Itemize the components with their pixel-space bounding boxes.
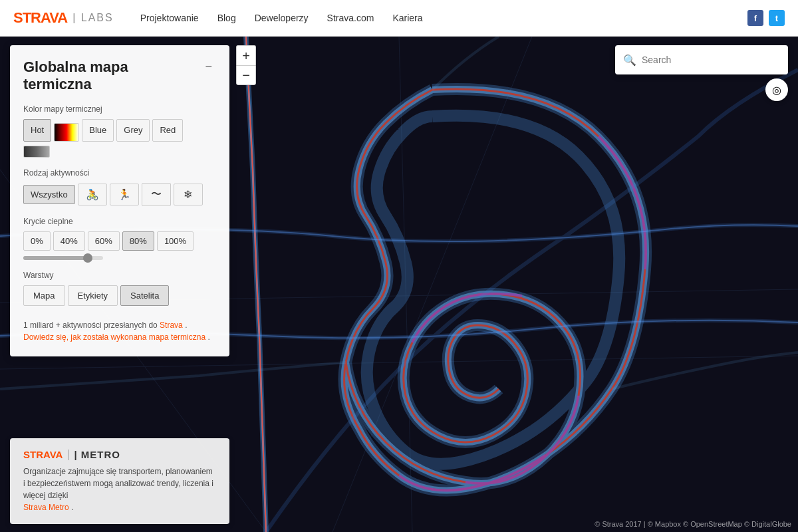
nav-deweloperzy[interactable]: Deweloperzy — [255, 13, 309, 23]
social-icons: f t — [747, 10, 798, 26]
metro-panel: STRAVA | METRO Organizacje zajmujące się… — [10, 438, 229, 524]
opacity-btn-80[interactable]: 80% — [122, 231, 154, 251]
info-text-main: 1 miliard + aktywności przesłanych do — [23, 321, 158, 330]
collapse-button[interactable]: − — [201, 59, 216, 75]
opacity-btn-60[interactable]: 60% — [88, 231, 120, 251]
location-button[interactable]: ◎ — [765, 78, 788, 101]
color-btn-blue[interactable]: Blue — [82, 119, 114, 142]
info-dot2: . — [207, 332, 209, 342]
layer-btn-mapa[interactable]: Mapa — [23, 285, 65, 306]
facebook-icon[interactable]: f — [747, 10, 763, 26]
metro-description: Organizacje zajmujące się transportem, p… — [23, 466, 216, 513]
color-btn-grey[interactable]: Grey — [116, 119, 150, 142]
layer-button-group: Mapa Etykiety Satelita — [23, 285, 216, 306]
metro-label: | METRO — [74, 449, 120, 460]
opacity-btn-0[interactable]: 0% — [23, 231, 51, 251]
metro-link[interactable]: Strava Metro — [23, 503, 69, 512]
info-dot1: . — [185, 321, 187, 330]
zoom-out-button[interactable]: − — [236, 65, 256, 85]
layer-btn-satelita[interactable]: Satelita — [120, 285, 169, 306]
color-button-group: Hot Blue Grey Red — [23, 119, 216, 142]
color-label: Kolor mapy termicznej — [23, 104, 216, 114]
location-icon: ◎ — [772, 84, 781, 96]
opacity-btn-40[interactable]: 40% — [53, 231, 85, 251]
zoom-in-button[interactable]: + — [236, 45, 256, 65]
activity-btn-run[interactable]: 🏃 — [110, 184, 139, 205]
layer-label: Warstwy — [23, 271, 216, 280]
activity-btn-swim[interactable]: 〜 — [142, 183, 171, 206]
nav-projektowanie[interactable]: Projektowanie — [140, 13, 199, 23]
color-swatch-display — [23, 146, 50, 158]
opacity-slider-fill — [23, 256, 87, 260]
copyright: © Strava 2017 | © Mapbox © OpenStreetMap… — [595, 520, 791, 528]
search-icon: 🔍 — [623, 54, 636, 66]
header: STRAVA | LABS Projektowanie Blog Dewelop… — [0, 0, 798, 37]
activity-label: Rodzaj aktywności — [23, 168, 216, 178]
opacity-btn-100[interactable]: 100% — [157, 231, 194, 251]
opacity-label: Krycie cieplne — [23, 217, 216, 226]
search-input[interactable] — [642, 55, 780, 65]
activity-btn-bike[interactable]: 🚴 — [78, 184, 107, 205]
strava-logo: STRAVA — [13, 9, 67, 27]
metro-strava-logo: STRAVA — [23, 449, 63, 460]
activity-btn-wszystko[interactable]: Wszystko — [23, 185, 75, 204]
main-nav: Projektowanie Blog Deweloperzy Strava.co… — [140, 13, 423, 23]
twitter-icon[interactable]: t — [769, 10, 785, 26]
color-btn-hot[interactable]: Hot — [23, 119, 51, 142]
panel-header: Globalna mapatermiczna − — [23, 59, 216, 94]
metro-divider — [68, 450, 68, 460]
metro-dot: . — [71, 503, 73, 512]
logo-area: STRAVA | LABS — [0, 9, 127, 27]
info-link-strava[interactable]: Strava — [160, 321, 183, 330]
info-section: 1 miliard + aktywności przesłanych do St… — [23, 319, 216, 343]
opacity-slider-thumb[interactable] — [83, 253, 92, 263]
nav-strava-com[interactable]: Strava.com — [327, 13, 374, 23]
color-btn-red[interactable]: Red — [152, 119, 183, 142]
nav-kariera[interactable]: Kariera — [392, 13, 422, 23]
activity-btn-winter[interactable]: ❄ — [174, 184, 203, 205]
labs-text: | LABS — [72, 12, 114, 24]
color-swatch-hot — [54, 123, 79, 142]
nav-blog[interactable]: Blog — [217, 13, 236, 23]
metro-logo: STRAVA | METRO — [23, 449, 216, 460]
layer-btn-etykiety[interactable]: Etykiety — [68, 285, 118, 306]
search-bar[interactable]: 🔍 — [615, 45, 788, 74]
opacity-slider-track — [23, 256, 103, 260]
sidebar-panel: Globalna mapatermiczna − Kolor mapy term… — [10, 45, 229, 356]
panel-title: Globalna mapatermiczna — [23, 59, 128, 94]
opacity-button-group: 0% 40% 60% 80% 100% — [23, 231, 216, 251]
zoom-controls: + − — [236, 45, 256, 85]
activity-button-group: Wszystko 🚴 🏃 〜 ❄ — [23, 183, 216, 206]
info-link-how[interactable]: Dowiedz się, jak została wykonana mapa t… — [23, 332, 205, 342]
